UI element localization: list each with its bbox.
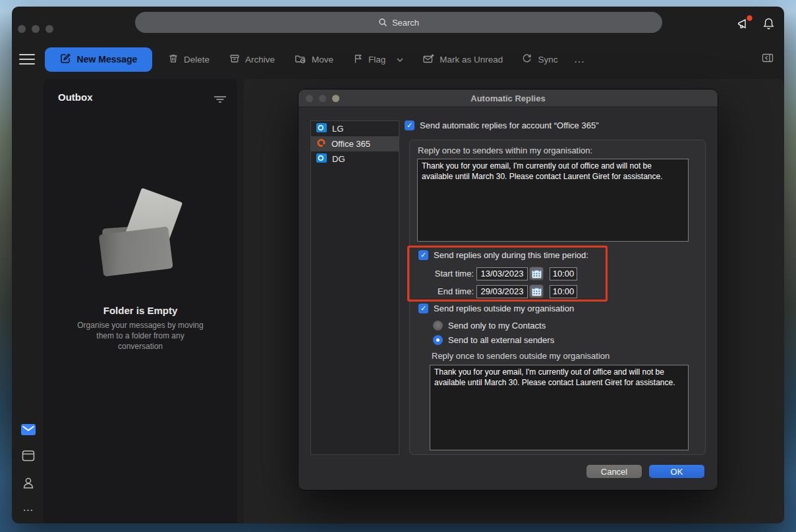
office-account-icon: [316, 138, 326, 149]
empty-state-title: Folder is Empty: [43, 305, 237, 316]
contacts-only-row: Send only to my Contacts: [433, 321, 546, 331]
end-time-field[interactable]: 10:00: [550, 285, 577, 298]
new-message-button[interactable]: New Message: [45, 47, 152, 72]
checkmark-icon: ✓: [420, 252, 426, 259]
mail-module-icon[interactable]: [20, 421, 36, 437]
start-date-field[interactable]: 13/03/2023: [476, 267, 528, 280]
sync-button[interactable]: Sync: [521, 53, 557, 66]
empty-folder-illustration: [101, 192, 186, 291]
calendar-icon: [532, 269, 542, 279]
send-automatic-replies-label: Send automatic replies for account “Offi…: [420, 120, 598, 130]
window-traffic-lights: [18, 25, 53, 33]
flag-button[interactable]: Flag: [353, 53, 404, 66]
all-external-row: Send to all external senders: [433, 335, 554, 345]
account-name: Office 365: [331, 139, 370, 149]
empty-state-description: Organise your messages by moving them to…: [74, 320, 206, 352]
outlook-account-icon: [316, 153, 327, 165]
send-automatic-replies-checkbox[interactable]: ✓: [405, 120, 414, 130]
time-period-label: Send replies only during this time perio…: [434, 250, 588, 260]
move-button[interactable]: Move: [295, 53, 333, 66]
zoom-window-button[interactable]: [45, 25, 53, 33]
close-window-button[interactable]: [18, 25, 26, 33]
message-list-pane: Outbox Folder is Empty Organise your mes…: [43, 79, 237, 523]
account-item-office365[interactable]: Office 365: [311, 136, 399, 151]
compose-icon: [60, 53, 71, 66]
send-automatic-replies-row: ✓ Send automatic replies for account “Of…: [405, 120, 598, 130]
inside-reply-label: Reply once to senders within my organisa…: [418, 146, 592, 155]
mark-as-unread-button[interactable]: Mark as Unread: [422, 53, 503, 66]
end-time-row: End time: 29/03/2023 10:00: [418, 284, 577, 298]
checkmark-icon: ✓: [420, 305, 426, 312]
archive-label: Archive: [245, 55, 275, 65]
flag-icon: [353, 53, 363, 66]
notifications-bell-icon[interactable]: [762, 17, 775, 30]
automatic-replies-dialog: Automatic Replies LG Office 365: [298, 89, 718, 491]
contacts-only-radio[interactable]: [433, 321, 443, 331]
outlook-account-icon: [316, 123, 327, 134]
search-icon: [378, 18, 387, 27]
search-input[interactable]: Search: [135, 12, 662, 33]
outside-reply-label: Reply once to senders outside my organis…: [432, 351, 610, 361]
dialog-titlebar: Automatic Replies: [298, 90, 718, 107]
cancel-button[interactable]: Cancel: [586, 465, 642, 478]
announcement-badge-dot: [747, 15, 752, 20]
unread-envelope-icon: [422, 53, 434, 66]
calendar-module-icon[interactable]: [20, 448, 36, 464]
outside-reply-textarea[interactable]: Thank you for your email, I'm currently …: [430, 365, 689, 450]
sync-icon: [521, 53, 532, 66]
search-label: Search: [392, 18, 419, 28]
move-folder-icon: [295, 53, 306, 66]
trash-icon: [168, 53, 179, 66]
delete-button[interactable]: Delete: [168, 53, 210, 66]
mark-as-unread-label: Mark as Unread: [440, 55, 503, 65]
filter-icon[interactable]: [213, 94, 227, 106]
ellipsis-icon: …: [573, 53, 586, 66]
hamburger-menu-icon[interactable]: [19, 54, 35, 65]
calendar-icon: [532, 287, 542, 296]
inside-reply-textarea[interactable]: Thank you for your email, I'm currently …: [417, 159, 689, 242]
reading-pane-toggle-icon[interactable]: [762, 53, 774, 66]
account-item-dg[interactable]: DG: [311, 151, 399, 167]
end-time-label: End time:: [418, 286, 474, 296]
archive-button[interactable]: Archive: [229, 53, 275, 66]
ok-button[interactable]: OK: [649, 465, 704, 478]
new-message-label: New Message: [77, 54, 138, 65]
outside-org-checkbox[interactable]: ✓: [418, 304, 428, 313]
chevron-down-icon[interactable]: [396, 55, 404, 65]
dialog-zoom-button[interactable]: [332, 95, 339, 102]
archive-icon: [229, 53, 240, 66]
start-time-row: Start time: 13/03/2023 10:00: [418, 267, 577, 280]
account-name: LG: [332, 124, 343, 134]
delete-label: Delete: [184, 55, 210, 65]
end-date-picker-button[interactable]: [529, 284, 544, 298]
time-period-row: ✓ Send replies only during this time per…: [418, 250, 588, 260]
folder-title: Outbox: [58, 92, 93, 103]
move-label: Move: [312, 55, 333, 65]
toolbar-more-button[interactable]: …: [573, 53, 586, 66]
all-external-label: Send to all external senders: [448, 335, 554, 345]
outside-org-row: ✓ Send replies outside my organisation: [418, 304, 574, 313]
end-date-field[interactable]: 29/03/2023: [476, 285, 528, 298]
all-external-radio[interactable]: [433, 335, 443, 345]
rail-more-button[interactable]: …: [20, 500, 36, 516]
sync-label: Sync: [538, 55, 557, 65]
minimize-window-button[interactable]: [32, 25, 40, 33]
dialog-minimize-button[interactable]: [319, 95, 326, 102]
checkmark-icon: ✓: [407, 122, 412, 129]
rail-ellipsis-icon: …: [22, 501, 34, 514]
dialog-title: Automatic Replies: [470, 93, 545, 103]
contacts-only-label: Send only to my Contacts: [448, 321, 546, 331]
announcements-icon[interactable]: [737, 17, 751, 30]
time-period-checkbox[interactable]: ✓: [418, 250, 428, 260]
dialog-close-button[interactable]: [306, 95, 313, 102]
flag-label: Flag: [368, 55, 385, 65]
outside-org-label: Send replies outside my organisation: [434, 304, 574, 313]
start-time-label: Start time:: [418, 269, 474, 279]
people-module-icon[interactable]: [20, 475, 36, 491]
account-name: DG: [332, 154, 345, 164]
main-toolbar: New Message Delete Archive: [12, 45, 784, 74]
account-item-lg[interactable]: LG: [311, 121, 399, 136]
replies-groupbox: Reply once to senders within my organisa…: [409, 140, 706, 455]
start-time-field[interactable]: 10:00: [550, 267, 577, 280]
start-date-picker-button[interactable]: [529, 267, 544, 280]
